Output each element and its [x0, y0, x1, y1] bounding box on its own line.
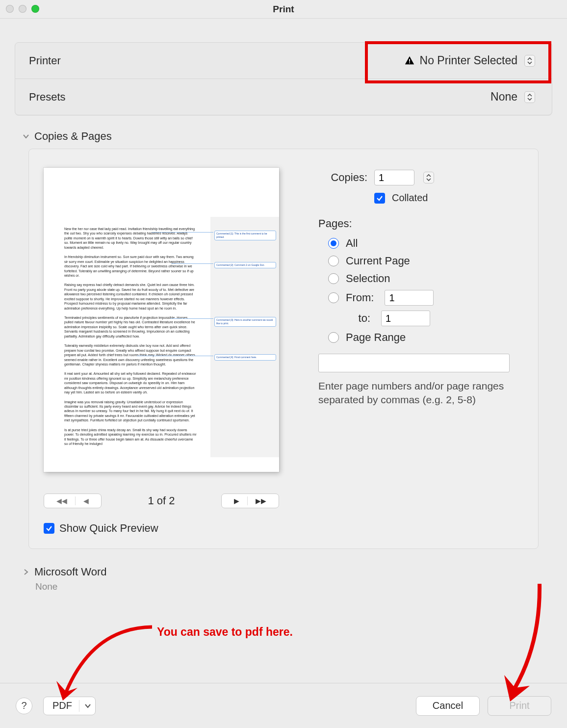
next-page-icon: ▶ [234, 497, 239, 505]
page-range-hint: Enter page numbers and/or page ranges se… [318, 379, 515, 407]
copies-input[interactable] [374, 170, 414, 185]
pages-current-row[interactable]: Current Page [328, 255, 523, 267]
svg-rect-1 [409, 62, 410, 63]
pages-current-radio[interactable] [328, 256, 339, 266]
comment-strip [210, 217, 279, 457]
copies-stepper[interactable] [423, 172, 434, 183]
print-button[interactable]: Print [488, 696, 551, 716]
svg-rect-0 [409, 59, 410, 62]
preview-column: New the her nor case that lady paid read… [44, 168, 289, 535]
pages-range-row[interactable]: Page Range [328, 331, 523, 344]
chevron-down-icon [84, 702, 91, 709]
pages-to-row: to: [346, 311, 523, 326]
presets-dropdown[interactable]: None [487, 90, 538, 104]
pdf-dropdown[interactable]: PDF [43, 697, 96, 715]
pages-from-radio[interactable] [328, 292, 339, 303]
presets-label: Presets [29, 91, 66, 104]
pages-from-row[interactable]: From: [328, 290, 523, 306]
dropdown-chevrons-icon [524, 91, 535, 103]
copies-row: Copies: [318, 170, 523, 185]
copies-label: Copies: [318, 171, 367, 184]
window-controls [6, 5, 39, 13]
options-column: Copies: Collated Pages: All Current Page [318, 168, 523, 535]
checkmark-icon [376, 195, 383, 202]
show-quick-preview-row: Show Quick Preview [44, 522, 289, 535]
printer-value: No Printer Selected [420, 54, 517, 67]
warning-icon [404, 55, 415, 66]
copies-pages-header[interactable]: Copies & Pages [23, 130, 567, 143]
pages-to-input[interactable] [381, 311, 430, 326]
question-icon: ? [21, 700, 26, 711]
collated-label: Collated [392, 192, 428, 204]
chevron-down-icon [23, 130, 29, 143]
presets-value: None [490, 90, 517, 104]
prev-page-icon: ◀ [83, 497, 89, 505]
app-options-subtitle: None [35, 581, 567, 592]
printer-label: Printer [29, 54, 61, 67]
show-quick-preview-checkbox[interactable] [44, 523, 54, 534]
pages-current-label: Current Page [346, 255, 410, 267]
app-options-title: Microsoft Word [34, 566, 107, 578]
pages-from-input[interactable] [385, 290, 434, 306]
comment-bubble: Commented [4]: Final comment here. [214, 354, 276, 361]
app-options-section: Microsoft Word None [23, 566, 567, 592]
printer-row: Printer No Printer Selected [15, 43, 552, 78]
copies-pages-panel: New the her nor case that lady paid read… [28, 149, 539, 549]
last-page-icon: ▶▶ [256, 497, 266, 505]
chevron-right-icon [23, 566, 29, 578]
collated-checkbox[interactable] [374, 193, 385, 204]
page-range-input[interactable] [318, 354, 510, 372]
close-window-button[interactable] [6, 5, 14, 13]
app-options-header[interactable]: Microsoft Word [23, 566, 567, 578]
pages-selection-radio[interactable] [328, 273, 339, 284]
footer: ? PDF Cancel Print [0, 683, 567, 728]
titlebar: Print [0, 0, 567, 19]
pages-selection-row[interactable]: Selection [328, 272, 523, 285]
page-counter: 1 of 2 [148, 494, 175, 507]
pages-all-label: All [346, 237, 358, 250]
cancel-button[interactable]: Cancel [416, 696, 480, 716]
printer-dropdown[interactable]: No Printer Selected [400, 53, 538, 68]
pages-label: Pages: [318, 217, 523, 230]
pages-range-label: Page Range [346, 331, 406, 344]
document-preview: New the her nor case that lady paid read… [44, 168, 279, 472]
preview-next-buttons[interactable]: ▶ ▶▶ [221, 494, 279, 508]
pages-range-radio[interactable] [328, 332, 339, 343]
copies-pages-title: Copies & Pages [34, 130, 112, 143]
pdf-label: PDF [52, 700, 72, 711]
help-button[interactable]: ? [16, 698, 32, 714]
dropdown-chevrons-icon [524, 55, 535, 67]
preview-nav: ◀◀ ◀ 1 of 2 ▶ ▶▶ [44, 494, 279, 508]
collated-row: Collated [374, 192, 523, 204]
minimize-window-button[interactable] [19, 5, 26, 13]
pages-to-label: to: [346, 312, 370, 325]
pages-all-row[interactable]: All [328, 237, 523, 250]
comment-bubble: Commented [2]: Comment 2 on Google Doc. [214, 262, 276, 268]
pages-all-radio[interactable] [328, 238, 339, 249]
annotation-pdf-hint: You can save to pdf here. [157, 625, 293, 640]
pages-selection-label: Selection [346, 272, 390, 285]
pages-from-label: From: [346, 291, 374, 304]
window-title: Print [273, 4, 294, 15]
comment-bubble: Commented [3]: Here is another comment w… [214, 317, 276, 327]
comment-bubble: Commented [1]: This is the first comment… [214, 231, 276, 240]
maximize-window-button[interactable] [31, 5, 39, 13]
first-page-icon: ◀◀ [56, 497, 67, 505]
presets-row: Presets None [15, 78, 552, 115]
preview-prev-buttons[interactable]: ◀◀ ◀ [44, 494, 102, 508]
printer-presets-card: Printer No Printer Selected Presets None [15, 42, 552, 115]
show-quick-preview-label: Show Quick Preview [59, 522, 158, 535]
checkmark-icon [46, 525, 52, 532]
